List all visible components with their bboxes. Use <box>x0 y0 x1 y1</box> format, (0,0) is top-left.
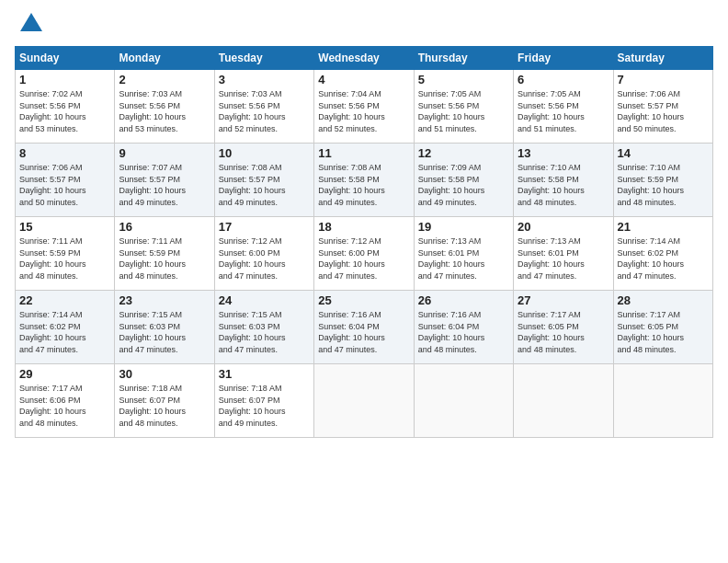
day-detail: Sunrise: 7:13 AMSunset: 6:01 PMDaylight:… <box>418 236 509 282</box>
day-number: 1 <box>19 73 110 86</box>
day-detail: Sunrise: 7:07 AMSunset: 5:57 PMDaylight:… <box>119 162 210 208</box>
day-detail: Sunrise: 7:03 AMSunset: 5:56 PMDaylight:… <box>219 88 310 134</box>
logo <box>15 15 44 37</box>
calendar-cell: 24Sunrise: 7:15 AMSunset: 6:03 PMDayligh… <box>214 291 313 364</box>
day-detail: Sunrise: 7:12 AMSunset: 6:00 PMDaylight:… <box>318 236 409 282</box>
day-detail: Sunrise: 7:14 AMSunset: 6:02 PMDaylight:… <box>19 309 110 355</box>
day-detail: Sunrise: 7:04 AMSunset: 5:56 PMDaylight:… <box>318 88 409 134</box>
day-number: 12 <box>418 146 509 160</box>
calendar-cell: 20Sunrise: 7:13 AMSunset: 6:01 PMDayligh… <box>514 217 613 291</box>
day-detail: Sunrise: 7:17 AMSunset: 6:05 PMDaylight:… <box>518 309 609 355</box>
calendar-cell: 7Sunrise: 7:06 AMSunset: 5:57 PMDaylight… <box>613 70 712 144</box>
day-number: 25 <box>318 293 409 307</box>
day-number: 5 <box>418 73 509 86</box>
day-number: 22 <box>19 293 110 307</box>
calendar-week-1: 1Sunrise: 7:02 AMSunset: 5:56 PMDaylight… <box>16 70 713 144</box>
day-number: 15 <box>19 220 110 234</box>
calendar-cell: 17Sunrise: 7:12 AMSunset: 6:00 PMDayligh… <box>214 217 313 291</box>
day-detail: Sunrise: 7:08 AMSunset: 5:58 PMDaylight:… <box>318 162 409 208</box>
calendar-cell: 31Sunrise: 7:18 AMSunset: 6:07 PMDayligh… <box>214 364 313 438</box>
day-detail: Sunrise: 7:18 AMSunset: 6:07 PMDaylight:… <box>219 383 310 429</box>
calendar-cell: 30Sunrise: 7:18 AMSunset: 6:07 PMDayligh… <box>115 364 214 438</box>
calendar-cell: 18Sunrise: 7:12 AMSunset: 6:00 PMDayligh… <box>314 217 414 291</box>
calendar-header-sunday: Sunday <box>16 47 115 70</box>
day-number: 17 <box>219 220 310 234</box>
day-number: 26 <box>418 293 509 307</box>
day-detail: Sunrise: 7:13 AMSunset: 6:01 PMDaylight:… <box>518 236 609 282</box>
page: SundayMondayTuesdayWednesdayThursdayFrid… <box>0 0 728 563</box>
day-detail: Sunrise: 7:12 AMSunset: 6:00 PMDaylight:… <box>219 236 310 282</box>
day-detail: Sunrise: 7:16 AMSunset: 6:04 PMDaylight:… <box>318 309 409 355</box>
calendar-cell: 29Sunrise: 7:17 AMSunset: 6:06 PMDayligh… <box>16 364 115 438</box>
day-number: 23 <box>119 293 210 307</box>
calendar-header-wednesday: Wednesday <box>314 47 414 70</box>
day-number: 16 <box>119 220 210 234</box>
day-number: 9 <box>119 146 210 160</box>
day-detail: Sunrise: 7:18 AMSunset: 6:07 PMDaylight:… <box>119 383 210 429</box>
calendar-cell: 8Sunrise: 7:06 AMSunset: 5:57 PMDaylight… <box>16 144 115 217</box>
calendar-cell: 12Sunrise: 7:09 AMSunset: 5:58 PMDayligh… <box>414 144 513 217</box>
day-number: 10 <box>219 146 310 160</box>
day-detail: Sunrise: 7:17 AMSunset: 6:06 PMDaylight:… <box>19 383 110 429</box>
day-detail: Sunrise: 7:17 AMSunset: 6:05 PMDaylight:… <box>618 309 709 355</box>
day-detail: Sunrise: 7:05 AMSunset: 5:56 PMDaylight:… <box>518 88 609 134</box>
calendar-cell: 5Sunrise: 7:05 AMSunset: 5:56 PMDaylight… <box>414 70 513 144</box>
calendar-cell: 4Sunrise: 7:04 AMSunset: 5:56 PMDaylight… <box>314 70 414 144</box>
day-number: 30 <box>119 367 210 381</box>
day-number: 4 <box>318 73 409 86</box>
calendar-header-saturday: Saturday <box>613 47 712 70</box>
calendar-cell: 14Sunrise: 7:10 AMSunset: 5:59 PMDayligh… <box>613 144 712 217</box>
calendar-cell <box>414 364 513 438</box>
calendar-cell: 22Sunrise: 7:14 AMSunset: 6:02 PMDayligh… <box>16 291 115 364</box>
day-detail: Sunrise: 7:03 AMSunset: 5:56 PMDaylight:… <box>119 88 210 134</box>
svg-marker-0 <box>20 13 42 31</box>
calendar-header-monday: Monday <box>115 47 214 70</box>
day-number: 27 <box>518 293 609 307</box>
day-detail: Sunrise: 7:11 AMSunset: 5:59 PMDaylight:… <box>119 236 210 282</box>
calendar-header-thursday: Thursday <box>414 47 513 70</box>
calendar-cell: 10Sunrise: 7:08 AMSunset: 5:57 PMDayligh… <box>214 144 313 217</box>
calendar-cell: 2Sunrise: 7:03 AMSunset: 5:56 PMDaylight… <box>115 70 214 144</box>
day-number: 19 <box>418 220 509 234</box>
day-number: 8 <box>19 146 110 160</box>
day-detail: Sunrise: 7:06 AMSunset: 5:57 PMDaylight:… <box>618 88 709 134</box>
day-number: 7 <box>618 73 709 86</box>
day-number: 31 <box>219 367 310 381</box>
day-detail: Sunrise: 7:06 AMSunset: 5:57 PMDaylight:… <box>19 162 110 208</box>
calendar-cell: 25Sunrise: 7:16 AMSunset: 6:04 PMDayligh… <box>314 291 414 364</box>
calendar-cell: 23Sunrise: 7:15 AMSunset: 6:03 PMDayligh… <box>115 291 214 364</box>
day-detail: Sunrise: 7:05 AMSunset: 5:56 PMDaylight:… <box>418 88 509 134</box>
calendar-cell: 27Sunrise: 7:17 AMSunset: 6:05 PMDayligh… <box>514 291 613 364</box>
day-detail: Sunrise: 7:14 AMSunset: 6:02 PMDaylight:… <box>618 236 709 282</box>
day-number: 3 <box>219 73 310 86</box>
calendar-cell: 9Sunrise: 7:07 AMSunset: 5:57 PMDaylight… <box>115 144 214 217</box>
day-detail: Sunrise: 7:16 AMSunset: 6:04 PMDaylight:… <box>418 309 509 355</box>
calendar-cell: 3Sunrise: 7:03 AMSunset: 5:56 PMDaylight… <box>214 70 313 144</box>
calendar-cell: 6Sunrise: 7:05 AMSunset: 5:56 PMDaylight… <box>514 70 613 144</box>
calendar-cell: 15Sunrise: 7:11 AMSunset: 5:59 PMDayligh… <box>16 217 115 291</box>
calendar-header-tuesday: Tuesday <box>214 47 313 70</box>
calendar-cell: 1Sunrise: 7:02 AMSunset: 5:56 PMDaylight… <box>16 70 115 144</box>
calendar-cell: 13Sunrise: 7:10 AMSunset: 5:58 PMDayligh… <box>514 144 613 217</box>
day-number: 14 <box>618 146 709 160</box>
day-number: 2 <box>119 73 210 86</box>
day-detail: Sunrise: 7:15 AMSunset: 6:03 PMDaylight:… <box>219 309 310 355</box>
day-number: 13 <box>518 146 609 160</box>
calendar-cell: 21Sunrise: 7:14 AMSunset: 6:02 PMDayligh… <box>613 217 712 291</box>
calendar-cell: 11Sunrise: 7:08 AMSunset: 5:58 PMDayligh… <box>314 144 414 217</box>
day-number: 28 <box>618 293 709 307</box>
calendar-cell: 16Sunrise: 7:11 AMSunset: 5:59 PMDayligh… <box>115 217 214 291</box>
day-number: 20 <box>518 220 609 234</box>
calendar-cell <box>613 364 712 438</box>
day-detail: Sunrise: 7:15 AMSunset: 6:03 PMDaylight:… <box>119 309 210 355</box>
calendar-week-2: 8Sunrise: 7:06 AMSunset: 5:57 PMDaylight… <box>16 144 713 217</box>
header <box>15 15 713 37</box>
day-number: 21 <box>618 220 709 234</box>
day-number: 11 <box>318 146 409 160</box>
calendar-cell: 19Sunrise: 7:13 AMSunset: 6:01 PMDayligh… <box>414 217 513 291</box>
day-detail: Sunrise: 7:11 AMSunset: 5:59 PMDaylight:… <box>19 236 110 282</box>
calendar-header-row: SundayMondayTuesdayWednesdayThursdayFrid… <box>16 47 713 70</box>
calendar-week-4: 22Sunrise: 7:14 AMSunset: 6:02 PMDayligh… <box>16 291 713 364</box>
calendar-week-3: 15Sunrise: 7:11 AMSunset: 5:59 PMDayligh… <box>16 217 713 291</box>
day-detail: Sunrise: 7:09 AMSunset: 5:58 PMDaylight:… <box>418 162 509 208</box>
